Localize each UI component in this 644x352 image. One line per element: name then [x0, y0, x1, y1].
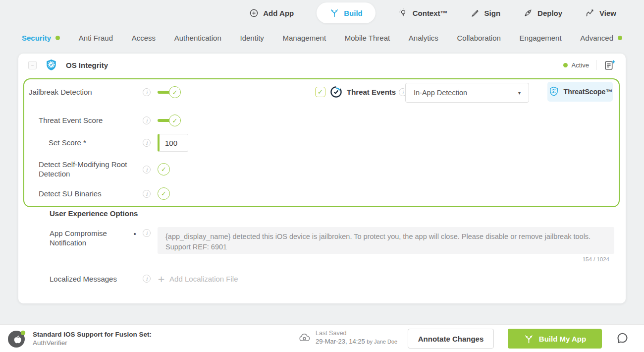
os-integrity-shield-icon	[45, 59, 58, 72]
threatscope-shield-icon	[548, 86, 560, 98]
collapse-button[interactable]: –	[28, 61, 37, 69]
tab-collaboration[interactable]: Collaboration	[457, 34, 501, 42]
tab-security-label: Security	[22, 34, 51, 42]
trend-chart-icon	[585, 8, 595, 18]
app-compromise-message-input[interactable]: {app_display_name} detected this iOS dev…	[158, 227, 614, 254]
tab-identity-label: Identity	[240, 34, 264, 42]
build-my-app-button[interactable]: Build My App	[508, 329, 602, 349]
jailbreak-detection-row: Jailbreak Detection i ✓ ✓ Threat Events …	[18, 82, 626, 102]
plus-circle-icon	[249, 8, 259, 18]
rocket-icon	[523, 8, 533, 18]
card-header-right: Active	[563, 59, 616, 71]
last-saved-text: Last Saved 29-Mar-23, 14:25 by Jane Doe	[316, 330, 397, 345]
nav-view[interactable]: View	[585, 8, 616, 18]
add-note-icon[interactable]	[603, 59, 616, 71]
chat-bubble-icon[interactable]	[615, 331, 630, 348]
nav-context-label: Context™	[413, 9, 448, 17]
ux-options-heading: User Experience Options	[50, 209, 138, 219]
last-saved-by: by Jane Doe	[367, 339, 397, 345]
tab-access[interactable]: Access	[132, 34, 156, 42]
nav-sign[interactable]: Sign	[471, 8, 501, 18]
tab-advanced-label: Advanced	[580, 34, 613, 42]
tab-analytics[interactable]: Analytics	[409, 34, 438, 42]
nav-sign-label: Sign	[484, 9, 501, 17]
modified-bullet: •	[133, 230, 137, 238]
cloud-saved-icon	[298, 332, 311, 344]
toggle-knob-check-icon: ✓	[169, 115, 181, 126]
dropdown-selected-value: In-App Detection	[414, 89, 467, 97]
nav-deploy-label: Deploy	[537, 9, 562, 17]
card-header: – OS Integrity Active	[18, 54, 626, 76]
set-score-input[interactable]	[158, 134, 188, 152]
info-icon[interactable]: i	[143, 229, 151, 237]
tab-engagement[interactable]: Engagement	[520, 34, 562, 42]
divider	[596, 60, 596, 70]
tab-anti-fraud-label: Anti Fraud	[79, 34, 113, 42]
nav-build[interactable]: Build	[317, 2, 376, 23]
pen-icon	[471, 8, 480, 18]
detect-su-binaries-check[interactable]: ✓	[158, 187, 170, 200]
threat-events-dropdown[interactable]: In-App Detection ▾	[405, 83, 529, 103]
threat-event-score-label: Threat Event Score	[39, 116, 103, 125]
add-localization-file-label: Add Localization File	[169, 275, 238, 283]
tab-access-label: Access	[132, 34, 156, 42]
plus-icon: +	[158, 274, 165, 284]
threat-event-score-toggle[interactable]: ✓	[158, 115, 181, 126]
set-score-row: Set Score * i	[18, 133, 626, 153]
active-dot	[618, 36, 622, 40]
annotate-changes-button[interactable]: Annotate Changes	[408, 329, 494, 349]
threat-events-label: Threat Events	[347, 88, 396, 97]
tab-authentication-label: Authentication	[174, 34, 221, 42]
category-tabs: Security Anti Fraud Access Authenticatio…	[0, 28, 644, 48]
info-icon[interactable]: i	[143, 117, 151, 124]
apple-ios-badge	[7, 329, 27, 349]
build-my-app-label: Build My App	[539, 335, 586, 343]
info-icon[interactable]: i	[143, 166, 151, 174]
tab-authentication[interactable]: Authentication	[174, 34, 221, 42]
detect-self-modifying-check[interactable]: ✓	[158, 163, 170, 176]
tab-management[interactable]: Management	[283, 34, 326, 42]
active-dot	[55, 36, 60, 40]
localized-messages-row: Localized Messages i + Add Localization …	[18, 272, 626, 287]
app-compromise-label: App Compromise Notification	[50, 229, 124, 248]
card-title: OS Integrity	[66, 61, 108, 69]
detect-su-binaries-row: Detect SU Binaries i ✓	[18, 184, 626, 204]
threat-events-icon	[329, 85, 343, 101]
tab-advanced[interactable]: Advanced	[580, 34, 622, 42]
tab-engagement-label: Engagement	[520, 34, 562, 42]
build-fusion-icon	[329, 8, 339, 18]
detect-self-modifying-row: Detect Self-Modifying Root Detection i ✓	[18, 159, 626, 180]
add-localization-file-link[interactable]: + Add Localization File	[158, 274, 238, 284]
last-saved-label: Last Saved	[316, 330, 397, 337]
footer-bar: Standard iOS Support for Fusion Set: Aut…	[0, 324, 644, 352]
detect-su-binaries-label: Detect SU Binaries	[39, 189, 102, 199]
jailbreak-detection-toggle[interactable]: ✓	[158, 86, 181, 98]
last-saved-value: 29-Mar-23, 14:25 by Jane Doe	[316, 338, 397, 345]
tab-anti-fraud[interactable]: Anti Fraud	[79, 34, 113, 42]
localized-messages-label: Localized Messages	[50, 275, 117, 284]
toggle-knob-check-icon: ✓	[169, 86, 181, 98]
tab-security[interactable]: Security	[22, 34, 60, 42]
tab-mobile-threat-label: Mobile Threat	[345, 34, 390, 42]
info-icon[interactable]: i	[143, 190, 151, 198]
build-fusion-icon-white	[524, 334, 534, 344]
fusion-set-title: Standard iOS Support for Fusion Set:	[33, 331, 152, 338]
tab-identity[interactable]: Identity	[240, 34, 264, 42]
tab-mobile-threat[interactable]: Mobile Threat	[345, 34, 390, 42]
status-badge: Active	[572, 61, 589, 69]
os-integrity-card: – OS Integrity Active Jailbreak Detectio…	[18, 54, 626, 303]
info-icon[interactable]: i	[143, 139, 151, 147]
info-icon[interactable]: i	[143, 275, 151, 283]
nav-add-app[interactable]: Add App	[249, 8, 294, 18]
tab-management-label: Management	[283, 34, 326, 42]
info-icon[interactable]: i	[143, 88, 151, 96]
jailbreak-detection-label: Jailbreak Detection	[29, 88, 92, 97]
chevron-down-icon: ▾	[518, 90, 521, 96]
nav-deploy[interactable]: Deploy	[523, 8, 562, 18]
fusion-set-info: Standard iOS Support for Fusion Set: Aut…	[7, 329, 152, 349]
threat-events-checkbox[interactable]: ✓	[315, 87, 325, 97]
threatscope-button[interactable]: ThreatScope™	[547, 82, 613, 102]
last-saved-info: Last Saved 29-Mar-23, 14:25 by Jane Doe	[298, 330, 397, 345]
fusion-set-name: AuthVerifier	[33, 339, 152, 347]
nav-context[interactable]: Context™	[398, 8, 448, 18]
